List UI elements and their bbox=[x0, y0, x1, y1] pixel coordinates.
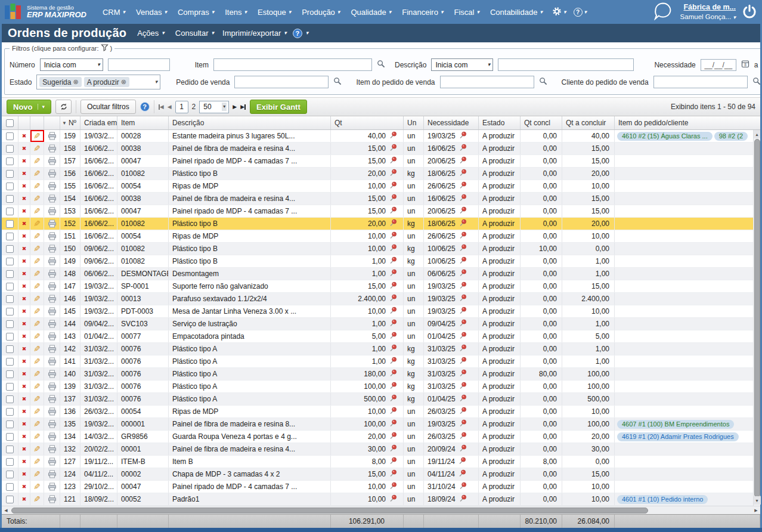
print-icon[interactable] bbox=[44, 406, 60, 417]
refresh-button[interactable] bbox=[55, 100, 72, 114]
row-checkbox[interactable] bbox=[6, 320, 14, 328]
edit-pencil-icon[interactable]: ✎ bbox=[30, 130, 44, 142]
edit-pencil-icon[interactable]: ✎ bbox=[30, 443, 44, 455]
delete-icon[interactable]: ✖ bbox=[18, 218, 30, 230]
menu-estoque[interactable]: Estoque▾ bbox=[252, 8, 296, 17]
search-icon[interactable] bbox=[752, 77, 761, 87]
row-checkbox[interactable] bbox=[6, 333, 14, 341]
menu-contabilidade[interactable]: Contabilidade▾ bbox=[485, 8, 548, 17]
exibir-gantt-button[interactable]: Exibir Gantt bbox=[250, 100, 307, 114]
pin-icon[interactable] bbox=[389, 156, 397, 166]
delete-icon[interactable]: ✖ bbox=[18, 130, 30, 142]
first-page-button[interactable]: ◀ bbox=[159, 104, 164, 110]
header-un[interactable]: Un bbox=[404, 116, 424, 129]
pin-icon[interactable] bbox=[459, 494, 467, 504]
row-checkbox[interactable] bbox=[6, 170, 14, 178]
table-row[interactable]: ✖ ✎ 135 19/03/2... 000001 Painel de fibr… bbox=[2, 418, 753, 431]
delete-icon[interactable]: ✖ bbox=[18, 268, 30, 280]
table-row[interactable]: ✖ ✎ 147 19/03/2... SP-0001 Suporte ferro… bbox=[2, 280, 753, 293]
estado-multiselect[interactable]: Sugerida⊗A produzir⊗▾ bbox=[36, 75, 160, 89]
table-row[interactable]: ✖ ✎ 149 09/06/2... 010082 Plástico tipo … bbox=[2, 255, 753, 268]
pin-icon[interactable] bbox=[389, 256, 397, 266]
row-checkbox[interactable] bbox=[6, 145, 14, 153]
print-icon[interactable] bbox=[44, 355, 60, 367]
row-checkbox[interactable] bbox=[6, 383, 14, 391]
calendar-icon[interactable]: 8 bbox=[741, 60, 749, 70]
edit-pencil-icon[interactable]: ✎ bbox=[30, 330, 44, 342]
edit-pencil-icon[interactable]: ✎ bbox=[30, 431, 44, 443]
scroll-up-icon[interactable]: ▲ bbox=[754, 130, 761, 138]
menu-producao[interactable]: Produção▾ bbox=[296, 8, 345, 17]
pin-icon[interactable] bbox=[389, 444, 397, 454]
row-checkbox[interactable] bbox=[6, 295, 14, 303]
header-criada-em[interactable]: Criada em bbox=[80, 116, 117, 129]
pin-icon[interactable] bbox=[459, 144, 467, 153]
print-icon[interactable] bbox=[44, 330, 60, 342]
table-row[interactable]: ✖ ✎ 159 19/03/2... 00028 Estante madeira… bbox=[2, 130, 753, 143]
pin-icon[interactable] bbox=[459, 344, 467, 354]
pin-icon[interactable] bbox=[459, 256, 467, 266]
table-row[interactable]: ✖ ✎ 158 16/06/2... 00038 Painel de fibra… bbox=[2, 143, 753, 155]
menu-crm[interactable]: CRM▾ bbox=[97, 8, 131, 17]
print-icon[interactable] bbox=[44, 180, 60, 192]
row-checkbox[interactable] bbox=[6, 471, 14, 478]
estado-chip[interactable]: A produzir⊗ bbox=[84, 77, 129, 87]
print-icon[interactable] bbox=[44, 443, 60, 455]
row-checkbox[interactable] bbox=[6, 220, 14, 228]
search-icon[interactable] bbox=[377, 60, 385, 70]
pin-icon[interactable] bbox=[459, 457, 466, 466]
delete-icon[interactable]: ✖ bbox=[18, 381, 30, 392]
delete-icon[interactable]: ✖ bbox=[18, 193, 30, 205]
next-page-button[interactable]: ▶ bbox=[233, 104, 237, 110]
pin-icon[interactable] bbox=[459, 131, 467, 141]
row-checkbox[interactable] bbox=[6, 496, 14, 503]
cliente-pedido-input[interactable] bbox=[653, 76, 748, 88]
table-row[interactable]: ✖ ✎ 127 19/11/2... ITEM-B Item B 8,00 un… bbox=[2, 456, 753, 468]
row-checkbox[interactable] bbox=[6, 345, 14, 353]
table-row[interactable]: ✖ ✎ 154 16/06/2... 00038 Painel de fibra… bbox=[2, 193, 753, 205]
row-checkbox[interactable] bbox=[6, 258, 14, 265]
horizontal-scrollbar[interactable]: ◀ ▶ bbox=[2, 506, 760, 514]
print-icon[interactable] bbox=[44, 293, 60, 305]
pin-icon[interactable] bbox=[459, 357, 467, 366]
descricao-operator-select[interactable]: Inicia com▾ bbox=[431, 58, 493, 71]
print-icon[interactable] bbox=[44, 243, 60, 255]
print-icon[interactable] bbox=[44, 431, 60, 443]
edit-pencil-icon[interactable]: ✎ bbox=[30, 343, 44, 355]
delete-icon[interactable]: ✖ bbox=[18, 168, 30, 180]
pin-icon[interactable] bbox=[389, 419, 397, 429]
print-icon[interactable] bbox=[44, 456, 60, 468]
pin-icon[interactable] bbox=[389, 394, 397, 404]
pin-icon[interactable] bbox=[459, 294, 467, 304]
pin-icon[interactable] bbox=[389, 319, 397, 329]
menu-acoes[interactable]: Ações▾ bbox=[137, 29, 165, 38]
delete-icon[interactable]: ✖ bbox=[18, 481, 30, 493]
table-row[interactable]: ✖ ✎ 132 20/02/2... 00001 Painel de fibra… bbox=[2, 443, 753, 456]
vertical-scroll-thumb[interactable] bbox=[754, 139, 760, 497]
menu-compras[interactable]: Compras▾ bbox=[172, 8, 219, 17]
vertical-scrollbar[interactable]: ▲ ▼ bbox=[753, 130, 760, 506]
pin-icon[interactable] bbox=[389, 407, 397, 416]
delete-icon[interactable]: ✖ bbox=[18, 393, 30, 405]
print-icon[interactable] bbox=[44, 381, 60, 392]
print-icon[interactable] bbox=[44, 493, 60, 505]
edit-pencil-icon[interactable]: ✎ bbox=[30, 318, 44, 330]
print-icon[interactable] bbox=[44, 155, 60, 167]
pin-icon[interactable] bbox=[459, 219, 467, 228]
row-checkbox[interactable] bbox=[6, 483, 14, 491]
table-row[interactable]: ✖ ✎ 137 31/03/2... 00076 Plástico tipo A… bbox=[2, 393, 753, 406]
edit-pencil-icon[interactable]: ✎ bbox=[30, 305, 44, 317]
header-qt-a-concluir[interactable]: Qt a concluir bbox=[562, 116, 615, 129]
ocultar-filtros-button[interactable]: Ocultar filtros bbox=[80, 100, 136, 114]
print-icon[interactable] bbox=[44, 318, 60, 330]
pin-icon[interactable] bbox=[389, 294, 397, 304]
edit-pencil-icon[interactable]: ✎ bbox=[30, 143, 44, 154]
row-checkbox[interactable] bbox=[6, 132, 14, 140]
header-necessidade[interactable]: Necessidade bbox=[424, 116, 479, 129]
pin-icon[interactable] bbox=[459, 307, 467, 316]
help-icon[interactable]: ? bbox=[293, 29, 302, 38]
pin-icon[interactable] bbox=[459, 244, 467, 253]
row-checkbox[interactable] bbox=[6, 395, 14, 403]
edit-pencil-icon[interactable]: ✎ bbox=[30, 243, 44, 255]
row-checkbox[interactable] bbox=[6, 433, 14, 441]
